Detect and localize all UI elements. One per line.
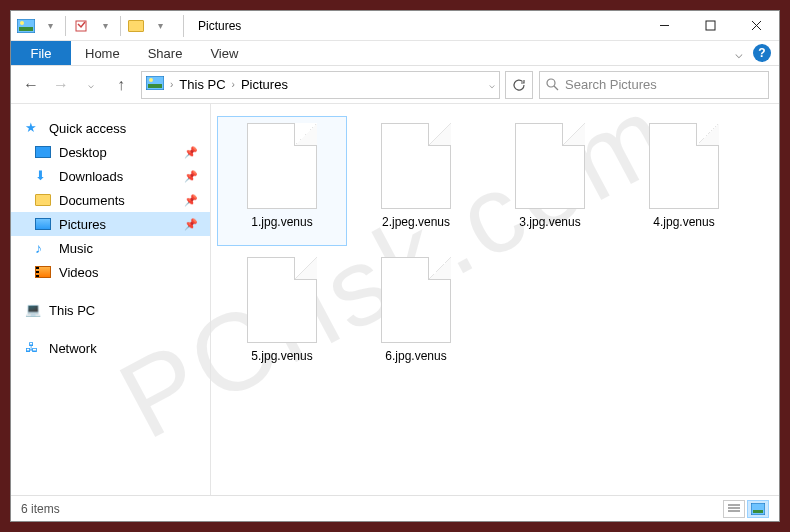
file-list[interactable]: 1.jpg.venus 2.jpeg.venus 3.jpg.venus 4.j…: [211, 104, 779, 495]
file-tab[interactable]: File: [11, 41, 71, 65]
navigation-pane: ★ Quick access Desktop 📌 ⬇ Downloads 📌 D…: [11, 104, 211, 495]
file-icon: [649, 123, 719, 209]
file-name: 5.jpg.venus: [251, 349, 312, 363]
svg-rect-5: [706, 21, 715, 30]
explorer-window: PCrisk.com ▾ ▾ ▾ Pictures Fi: [10, 10, 780, 522]
address-dropdown-icon[interactable]: ⌵: [489, 79, 495, 90]
chevron-right-icon[interactable]: ›: [232, 79, 235, 90]
sidebar-item-label: Music: [59, 241, 93, 256]
file-icon: [381, 123, 451, 209]
sidebar-item-label: Quick access: [49, 121, 126, 136]
pin-icon: 📌: [184, 146, 198, 159]
chevron-right-icon[interactable]: ›: [170, 79, 173, 90]
forward-button[interactable]: →: [51, 75, 71, 95]
folder-icon[interactable]: [125, 15, 147, 37]
svg-rect-16: [751, 503, 765, 515]
pin-icon: 📌: [184, 218, 198, 231]
ribbon-expand-icon[interactable]: ⌵: [735, 46, 743, 61]
chevron-down-icon[interactable]: ▾: [149, 15, 171, 37]
item-count: 6 items: [21, 502, 60, 516]
file-icon: [247, 257, 317, 343]
svg-rect-17: [753, 510, 763, 513]
svg-point-11: [547, 79, 555, 87]
window-controls: [641, 11, 779, 41]
sidebar-item-quick-access[interactable]: ★ Quick access: [11, 116, 210, 140]
sidebar-item-label: Videos: [59, 265, 99, 280]
quick-access-toolbar: ▾ ▾ ▾: [11, 15, 175, 37]
videos-icon: [35, 266, 51, 278]
sidebar-item-desktop[interactable]: Desktop 📌: [11, 140, 210, 164]
svg-rect-1: [19, 27, 33, 31]
back-button[interactable]: ←: [21, 75, 41, 95]
title-bar: ▾ ▾ ▾ Pictures: [11, 11, 779, 41]
breadcrumb[interactable]: This PC: [179, 77, 225, 92]
file-name: 6.jpg.venus: [385, 349, 446, 363]
folder-icon: [35, 194, 51, 206]
star-icon: ★: [25, 120, 41, 136]
file-name: 3.jpg.venus: [519, 215, 580, 229]
file-icon: [515, 123, 585, 209]
chevron-down-icon[interactable]: ▾: [94, 15, 116, 37]
status-bar: 6 items: [11, 495, 779, 521]
file-item[interactable]: 1.jpg.venus: [217, 116, 347, 246]
help-icon[interactable]: ?: [753, 44, 771, 62]
file-icon: [381, 257, 451, 343]
svg-rect-9: [148, 84, 162, 88]
details-view-button[interactable]: [723, 500, 745, 518]
file-name: 2.jpeg.venus: [382, 215, 450, 229]
sidebar-item-documents[interactable]: Documents 📌: [11, 188, 210, 212]
sidebar-item-network[interactable]: 🖧 Network: [11, 336, 210, 360]
file-item[interactable]: 4.jpg.venus: [619, 116, 749, 246]
search-input[interactable]: Search Pictures: [539, 71, 769, 99]
sidebar-item-label: Desktop: [59, 145, 107, 160]
tab-view[interactable]: View: [196, 41, 252, 65]
file-icon: [247, 123, 317, 209]
sidebar-item-label: Documents: [59, 193, 125, 208]
file-item[interactable]: 3.jpg.venus: [485, 116, 615, 246]
downloads-icon: ⬇: [35, 168, 51, 184]
svg-line-12: [554, 86, 558, 90]
sidebar-item-label: This PC: [49, 303, 95, 318]
pictures-icon: [146, 76, 164, 93]
address-bar[interactable]: › This PC › Pictures ⌵: [141, 71, 500, 99]
thumbnails-view-button[interactable]: [747, 500, 769, 518]
sidebar-item-label: Network: [49, 341, 97, 356]
svg-point-10: [149, 78, 153, 82]
sidebar-item-this-pc[interactable]: 💻 This PC: [11, 298, 210, 322]
file-item[interactable]: 5.jpg.venus: [217, 250, 347, 380]
sidebar-item-downloads[interactable]: ⬇ Downloads 📌: [11, 164, 210, 188]
close-button[interactable]: [733, 11, 779, 41]
properties-icon[interactable]: [70, 15, 92, 37]
maximize-button[interactable]: [687, 11, 733, 41]
minimize-button[interactable]: [641, 11, 687, 41]
search-icon: [546, 78, 559, 91]
pin-icon: 📌: [184, 170, 198, 183]
svg-point-2: [20, 21, 24, 25]
network-icon: 🖧: [25, 340, 41, 356]
tab-home[interactable]: Home: [71, 41, 134, 65]
sidebar-item-label: Downloads: [59, 169, 123, 184]
up-button[interactable]: ↑: [111, 75, 131, 95]
chevron-down-icon[interactable]: ▾: [39, 15, 61, 37]
music-icon: ♪: [35, 240, 51, 256]
app-icon[interactable]: [15, 15, 37, 37]
file-name: 1.jpg.venus: [251, 215, 312, 229]
navigation-bar: ← → ⌵ ↑ › This PC › Pictures ⌵ Search Pi…: [11, 66, 779, 104]
file-item[interactable]: 6.jpg.venus: [351, 250, 481, 380]
tab-share[interactable]: Share: [134, 41, 197, 65]
ribbon-tabs: File Home Share View ⌵ ?: [11, 41, 779, 66]
pin-icon: 📌: [184, 194, 198, 207]
sidebar-item-pictures[interactable]: Pictures 📌: [11, 212, 210, 236]
file-item[interactable]: 2.jpeg.venus: [351, 116, 481, 246]
refresh-button[interactable]: [505, 71, 533, 99]
window-title: Pictures: [198, 19, 241, 33]
pc-icon: 💻: [25, 302, 41, 318]
desktop-icon: [35, 146, 51, 158]
pictures-icon: [35, 218, 51, 230]
breadcrumb[interactable]: Pictures: [241, 77, 288, 92]
sidebar-item-music[interactable]: ♪ Music: [11, 236, 210, 260]
sidebar-item-videos[interactable]: Videos: [11, 260, 210, 284]
history-dropdown-icon[interactable]: ⌵: [81, 75, 101, 95]
search-placeholder: Search Pictures: [565, 77, 657, 92]
sidebar-item-label: Pictures: [59, 217, 106, 232]
